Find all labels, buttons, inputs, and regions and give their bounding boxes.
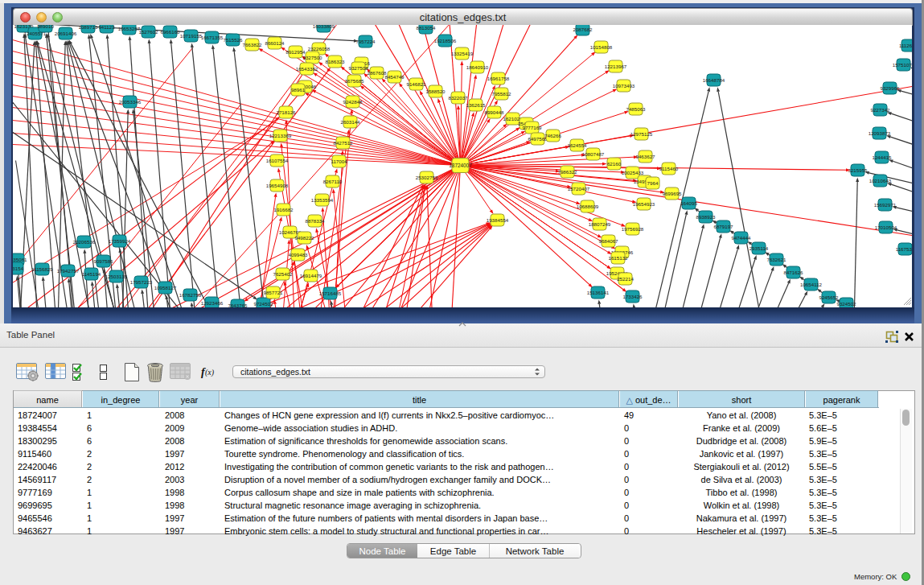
svg-text:10719155: 10719155: [180, 33, 203, 39]
svg-text:12975125: 12975125: [630, 131, 653, 137]
svg-text:19756928: 19756928: [622, 226, 644, 232]
svg-text:1588520: 1588520: [425, 89, 446, 94]
svg-text:8267110: 8267110: [323, 179, 343, 184]
svg-text:17957223: 17957223: [130, 279, 153, 285]
svg-text:9097586: 9097586: [93, 258, 113, 264]
svg-text:3624554: 3624554: [567, 142, 587, 148]
svg-text:9724502: 9724502: [253, 301, 273, 307]
svg-text:18724007: 18724007: [449, 163, 472, 168]
svg-text:8938923: 8938923: [696, 214, 716, 220]
svg-text:18640910: 18640910: [466, 64, 489, 70]
svg-text:9777169: 9777169: [522, 125, 542, 130]
svg-text:16671355: 16671355: [201, 35, 224, 40]
svg-text:9463627: 9463627: [635, 154, 655, 159]
svg-text:16107554: 16107554: [266, 158, 289, 163]
svg-text:7957224: 7957224: [355, 39, 376, 44]
svg-text:10654112: 10654112: [800, 282, 823, 287]
svg-text:9227342: 9227342: [870, 107, 890, 113]
svg-text:1527602: 1527602: [138, 29, 158, 35]
svg-text:(x): (x): [205, 368, 215, 377]
svg-text:9329966: 9329966: [880, 85, 900, 91]
svg-text:746266: 746266: [544, 133, 561, 138]
svg-text:10210643: 10210643: [869, 178, 892, 183]
svg-text:10973493: 10973493: [613, 83, 635, 89]
svg-text:9327508: 9327508: [348, 65, 368, 71]
svg-text:17942757: 17942757: [57, 268, 80, 274]
svg-text:8878334: 8878334: [305, 218, 325, 224]
svg-text:9327500: 9327500: [302, 55, 322, 60]
svg-text:17010504: 17010504: [875, 225, 897, 230]
svg-text:9474444: 9474444: [731, 235, 751, 241]
svg-text:13325419: 13325419: [451, 51, 474, 56]
svg-text:16914479: 16914479: [300, 273, 322, 278]
svg-text:11156829: 11156829: [31, 266, 53, 272]
svg-text:23226058: 23226058: [308, 46, 331, 51]
svg-text:941123: 941123: [98, 25, 115, 30]
svg-text:1244415: 1244415: [872, 154, 892, 160]
svg-text:7964: 7964: [647, 180, 659, 186]
svg-text:4099483: 4099483: [288, 252, 308, 257]
svg-text:8813054: 8813054: [416, 25, 436, 31]
svg-text:6966160: 6966160: [160, 29, 180, 35]
svg-text:12503135: 12503135: [105, 274, 128, 279]
svg-text:6879197: 6879197: [713, 224, 733, 229]
svg-text:9684067: 9684067: [598, 238, 618, 244]
svg-text:1615132: 1615132: [608, 255, 628, 261]
svg-text:10958127: 10958127: [154, 285, 177, 290]
svg-text:9245652: 9245652: [819, 295, 839, 300]
svg-text:117004: 117004: [331, 159, 347, 164]
svg-text:1145194: 1145194: [82, 271, 101, 277]
svg-text:164095: 164095: [680, 200, 697, 206]
svg-text:252214: 252214: [617, 276, 634, 282]
svg-text:989010: 989010: [37, 25, 54, 29]
svg-text:15720407: 15720407: [568, 186, 590, 192]
svg-text:1935081: 1935081: [13, 257, 27, 262]
svg-text:17359924: 17359924: [109, 238, 131, 244]
svg-text:2867608: 2867608: [367, 70, 387, 76]
svg-text:8454749: 8454749: [384, 74, 405, 80]
svg-text:19654908: 19654908: [266, 183, 289, 188]
svg-text:15136141: 15136141: [587, 290, 610, 295]
svg-text:19218506: 19218506: [434, 38, 457, 43]
svg-text:1089713: 1089713: [78, 25, 98, 30]
svg-text:19384554: 19384554: [487, 217, 509, 223]
svg-text:13353594: 13353594: [311, 197, 334, 203]
svg-text:3675685: 3675685: [344, 78, 364, 84]
svg-text:20053346: 20053346: [119, 99, 142, 105]
svg-text:7485063: 7485063: [626, 106, 646, 112]
svg-text:9146821: 9146821: [406, 81, 426, 87]
svg-text:62160: 62160: [607, 161, 622, 167]
svg-text:2087682: 2087682: [573, 27, 593, 32]
svg-text:98961: 98961: [291, 87, 306, 93]
svg-text:15692971: 15692971: [874, 202, 897, 208]
svg-text:16543362: 16543362: [296, 66, 318, 72]
svg-text:1167533: 1167533: [896, 246, 912, 252]
svg-text:12923466: 12923466: [201, 300, 224, 306]
svg-text:8660124: 8660124: [265, 40, 285, 46]
svg-text:7955812: 7955812: [491, 91, 511, 97]
svg-text:10653267: 10653267: [118, 26, 141, 31]
svg-text:20206536: 20206536: [73, 239, 96, 245]
svg-text:15751074: 15751074: [893, 62, 912, 68]
svg-text:10688609: 10688609: [577, 204, 599, 209]
svg-text:10154808: 10154808: [590, 44, 613, 50]
svg-text:7643765: 7643765: [228, 303, 248, 308]
svg-text:8471626: 8471626: [783, 270, 803, 275]
svg-text:9498222: 9498222: [294, 235, 314, 241]
svg-text:7986322: 7986322: [557, 169, 577, 175]
svg-text:9242848: 9242848: [343, 99, 363, 105]
svg-text:1112604: 1112604: [899, 43, 912, 48]
svg-text:7625402: 7625402: [273, 271, 293, 277]
svg-text:8990448: 8990448: [484, 109, 504, 115]
svg-text:10807487: 10807487: [582, 151, 605, 157]
svg-text:8322037: 8322037: [448, 95, 468, 101]
svg-text:12213369: 12213369: [269, 133, 292, 138]
svg-text:9699695: 9699695: [662, 191, 682, 196]
svg-text:16782759: 16782759: [179, 292, 202, 298]
svg-text:12213967: 12213967: [605, 64, 627, 69]
svg-text:2603144: 2603144: [340, 119, 360, 125]
svg-text:25302753: 25302753: [416, 175, 438, 180]
svg-text:3215955: 3215955: [848, 167, 868, 173]
svg-text:33154: 33154: [13, 266, 24, 271]
svg-text:10025433: 10025433: [622, 170, 644, 175]
